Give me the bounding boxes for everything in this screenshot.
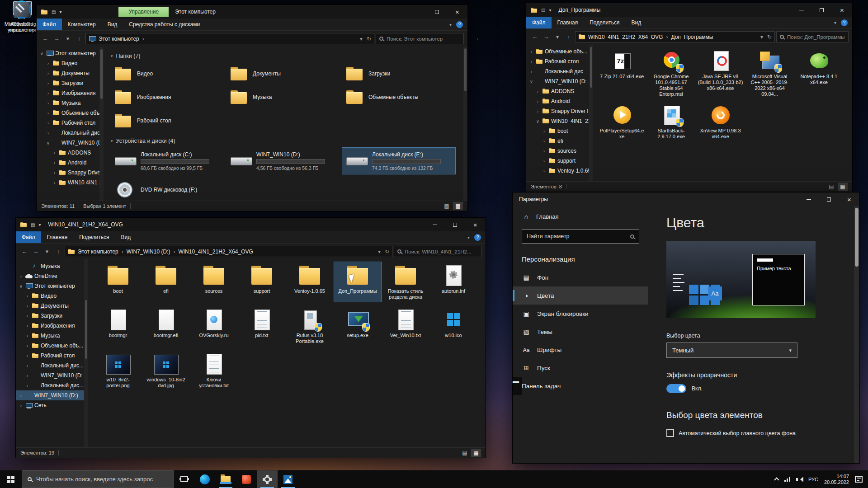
breadcrumb[interactable]: WIN10_4IN1_21H2_X64_OVG xyxy=(178,249,253,255)
details-view-icon[interactable]: ▤ xyxy=(826,183,836,191)
taskbar-app-button[interactable] xyxy=(278,470,298,488)
maximize-button[interactable] xyxy=(819,192,839,206)
tree-expander-icon[interactable]: › xyxy=(542,129,547,134)
tree-expander-icon[interactable]: › xyxy=(46,111,51,116)
help-icon[interactable]: ? xyxy=(456,21,463,28)
this-pc-titlebar[interactable]: ▤ ▾ Управление Этот компьютер × xyxy=(37,5,467,19)
nav-tree-item[interactable]: › Рабочий стол xyxy=(16,351,88,361)
nav-scrollbar[interactable] xyxy=(99,47,104,201)
tree-expander-icon[interactable]: › xyxy=(25,304,30,309)
file-item[interactable]: Доп_Программы xyxy=(334,262,381,302)
tree-expander-icon[interactable]: › xyxy=(52,160,57,165)
nav-tree-item[interactable]: › Рабочий стол xyxy=(37,118,104,128)
nav-tree-item[interactable]: › Загрузки xyxy=(16,311,88,321)
details-view-icon[interactable]: ▤ xyxy=(460,449,470,457)
minimize-button[interactable] xyxy=(791,3,811,17)
nav-tree-item[interactable]: › WIN10 4IN1 2... xyxy=(37,178,104,188)
tree-expander-icon[interactable]: › xyxy=(535,89,540,94)
tree-expander-icon[interactable]: › xyxy=(25,294,30,299)
tree-expander-icon[interactable]: › xyxy=(25,324,30,328)
tree-expander-icon[interactable]: › xyxy=(25,383,30,388)
close-button[interactable]: × xyxy=(839,192,859,206)
drive-tile[interactable]: WIN7_WIN10 (D:) 4,56 ГБ свободно из 56,3… xyxy=(226,148,340,174)
files-scrollbar[interactable] xyxy=(463,47,467,201)
back-icon[interactable]: ← xyxy=(530,33,540,40)
nav-tree-item[interactable]: › Рабочий стол xyxy=(526,56,593,66)
tree-expander-icon[interactable]: › xyxy=(25,314,30,319)
thumbnails-view-icon[interactable]: ▦ xyxy=(453,202,463,210)
nav-tree-item[interactable]: › Локальный дис... xyxy=(16,380,88,390)
file-item[interactable]: PotPlayerSetup64.exe xyxy=(598,102,646,141)
nav-tree-item[interactable]: › WIN7_WIN10 (D: xyxy=(16,371,88,380)
tree-expander-icon[interactable]: ∨ xyxy=(39,51,44,56)
taskbar-app-button[interactable] xyxy=(215,470,236,488)
folder-tile[interactable]: Видео xyxy=(111,63,224,84)
up-icon[interactable]: ↑ xyxy=(74,35,84,42)
tree-expander-icon[interactable]: › xyxy=(19,393,24,398)
file-item[interactable]: Microsoft Visual C++ 2005--2019-2022 x86… xyxy=(745,47,794,99)
tree-expander-icon[interactable]: › xyxy=(542,159,547,164)
nav-tree-item[interactable]: › boot xyxy=(526,126,593,136)
qat-customize-icon[interactable]: ▾ xyxy=(38,222,41,227)
file-item[interactable]: bootmgr xyxy=(94,306,142,346)
settings-titlebar[interactable]: Параметры × xyxy=(513,192,859,206)
file-item[interactable]: boot xyxy=(94,262,142,302)
menu-view[interactable]: Вид xyxy=(115,231,137,243)
tree-expander-icon[interactable]: › xyxy=(529,49,534,54)
minimize-button[interactable] xyxy=(406,5,427,19)
address-dropdown-icon[interactable]: ▾ xyxy=(360,36,363,42)
nav-tree-item[interactable]: › Android xyxy=(37,158,104,168)
tree-expander-icon[interactable]: › xyxy=(46,101,51,106)
up-icon[interactable]: ↑ xyxy=(564,33,574,40)
tree-expander-icon[interactable]: › xyxy=(529,69,534,74)
nav-tree-item[interactable]: › Объемные объ... xyxy=(37,108,104,118)
menu-home[interactable]: Главная xyxy=(41,231,74,243)
nav-tree-item[interactable]: › Объемные объ... xyxy=(16,341,88,351)
tree-expander-icon[interactable]: › xyxy=(19,274,24,279)
breadcrumb[interactable]: Доп_Программы xyxy=(671,34,713,40)
minimize-button[interactable] xyxy=(798,192,819,206)
file-item[interactable]: Ventoy-1.0.65 xyxy=(286,262,333,302)
folder-tile[interactable]: Музыка xyxy=(226,86,340,108)
drive-tile[interactable]: DVD RW дисковод (F:) xyxy=(111,177,224,201)
settings-nav-item[interactable]: Шрифты xyxy=(513,341,648,359)
nav-tree-item[interactable]: Музыка xyxy=(16,261,88,271)
settings-scrollbar[interactable] xyxy=(854,206,859,463)
breadcrumb[interactable]: Этот компьютер xyxy=(78,249,118,255)
tree-expander-icon[interactable]: ∨ xyxy=(19,284,24,289)
tree-expander-icon[interactable]: › xyxy=(46,91,51,96)
file-item[interactable]: 7-Zip 21.07 x64.exe xyxy=(598,47,646,99)
maximize-button[interactable] xyxy=(811,3,832,17)
nav-tree-item[interactable]: › Объемные объ... xyxy=(526,47,593,56)
tree-expander-icon[interactable]: › xyxy=(46,61,51,66)
settings-nav-item[interactable]: Пуск xyxy=(513,359,648,377)
address-box[interactable]: WIN10_4IN1_21H2_X64_OVG › Доп_Программы … xyxy=(575,31,775,42)
file-item[interactable]: Java SE JRE v8 (Build 1.8.0_333-b2) x86-… xyxy=(696,47,745,99)
nav-tree-item[interactable]: › Загрузки xyxy=(37,78,104,88)
tree-expander-icon[interactable]: › xyxy=(46,81,51,86)
file-item[interactable]: bootmgr.efi xyxy=(142,306,189,346)
ribbon-collapse-icon[interactable]: ▾ xyxy=(467,235,470,240)
programs-titlebar[interactable]: ▤ ▾ Доп_Программы × xyxy=(526,3,852,17)
address-box[interactable]: Этот компьютер › WIN7_WIN10 (D:) › WIN10… xyxy=(65,246,392,257)
menu-share[interactable]: Поделиться xyxy=(73,231,115,243)
back-icon[interactable]: ← xyxy=(40,35,50,42)
action-center-icon[interactable] xyxy=(855,476,863,483)
tree-expander-icon[interactable]: › xyxy=(46,121,51,126)
nav-tree-item[interactable]: › Музыка xyxy=(37,98,104,108)
ovg-titlebar[interactable]: ▤ ▾ WIN10_4IN1_21H2_X64_OVG × xyxy=(16,218,486,231)
clock[interactable]: 14:07 20.05.2022 xyxy=(824,474,849,485)
file-item[interactable]: w10.ico xyxy=(430,306,477,346)
menu-share[interactable]: Поделиться xyxy=(584,17,625,28)
menu-view[interactable]: Вид xyxy=(625,17,647,28)
tree-expander-icon[interactable]: ∨ xyxy=(535,119,540,124)
contextual-tab-manage[interactable]: Управление xyxy=(118,7,169,17)
nav-tree-item[interactable]: › OneDrive xyxy=(16,271,88,281)
address-dropdown-icon[interactable]: ▾ xyxy=(760,34,763,40)
tree-expander-icon[interactable]: › xyxy=(19,403,24,408)
file-item[interactable]: Ключи установки.txt xyxy=(190,351,237,390)
nav-tree-item[interactable]: › Сеть xyxy=(16,400,88,410)
nav-tree-item[interactable]: › efi xyxy=(526,136,593,146)
desktop-icon[interactable]: Activators xyxy=(3,0,41,27)
drive-tile[interactable]: Локальный диск (E:) 74,3 ГБ свободно из … xyxy=(342,148,455,174)
